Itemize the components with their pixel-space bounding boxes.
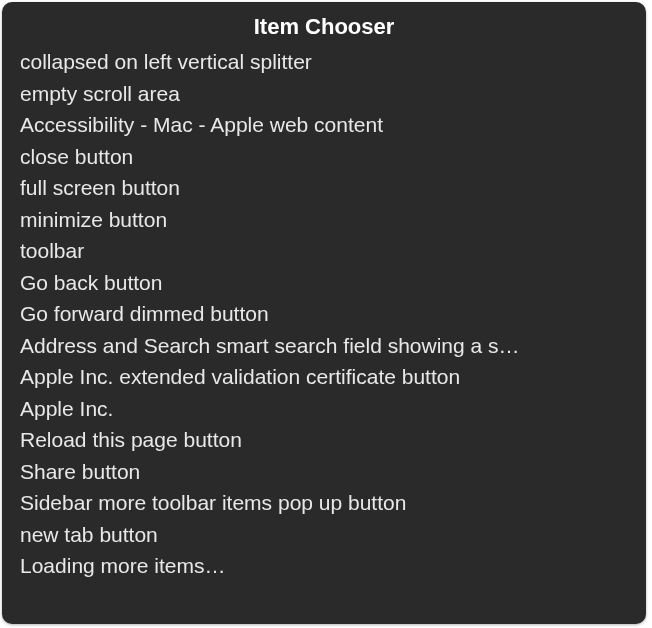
list-item[interactable]: Go forward dimmed button — [20, 298, 632, 330]
list-item[interactable]: minimize button — [20, 204, 632, 236]
list-item[interactable]: Reload this page button — [20, 424, 632, 456]
list-item[interactable]: toolbar — [20, 235, 632, 267]
list-item[interactable]: Accessibility - Mac - Apple web content — [20, 109, 632, 141]
item-chooser-panel: Item Chooser collapsed on left vertical … — [2, 2, 646, 624]
list-item[interactable]: Sidebar more toolbar items pop up button — [20, 487, 632, 519]
list-item[interactable]: Apple Inc. extended validation certifica… — [20, 361, 632, 393]
list-item[interactable]: Address and Search smart search field sh… — [20, 330, 632, 362]
list-item[interactable]: Go back button — [20, 267, 632, 299]
list-item[interactable]: Apple Inc. — [20, 393, 632, 425]
list-item[interactable]: Loading more items… — [20, 550, 632, 582]
list-item[interactable]: empty scroll area — [20, 78, 632, 110]
list-item[interactable]: new tab button — [20, 519, 632, 551]
list-item[interactable]: full screen button — [20, 172, 632, 204]
list-item[interactable]: collapsed on left vertical splitter — [20, 46, 632, 78]
list-item[interactable]: close button — [20, 141, 632, 173]
panel-title: Item Chooser — [2, 2, 646, 46]
item-list[interactable]: collapsed on left vertical splitterempty… — [2, 46, 646, 624]
list-item[interactable]: Share button — [20, 456, 632, 488]
